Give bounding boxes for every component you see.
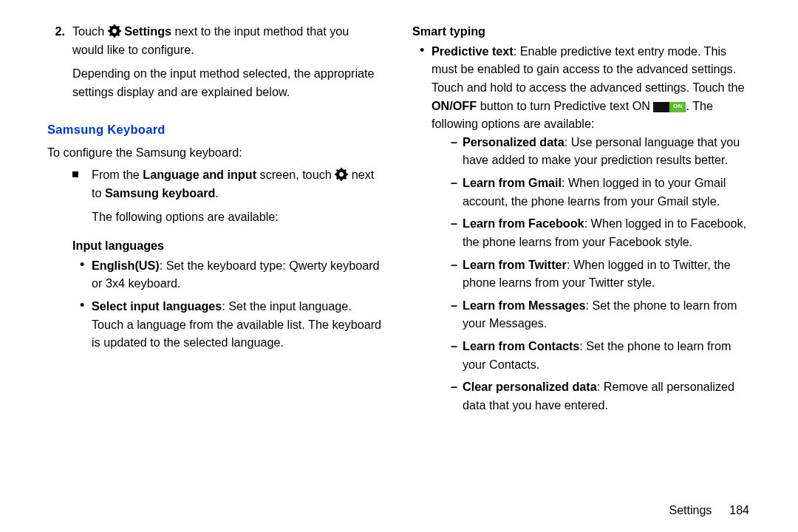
settings-label: Settings <box>124 24 171 38</box>
section-heading: Samsung Keyboard <box>47 120 383 139</box>
svg-point-8 <box>109 34 112 36</box>
list-item: Personalized data: Use personal language… <box>463 133 751 169</box>
svg-point-13 <box>341 179 343 181</box>
text: From the <box>92 168 143 181</box>
on-toggle-label: ON <box>669 102 686 112</box>
item-label: Predictive text <box>432 44 514 58</box>
svg-point-11 <box>339 172 344 177</box>
svg-point-3 <box>113 35 115 38</box>
item-label: Learn from Twitter <box>463 258 567 271</box>
step-2-note: Depending on the input method selected, … <box>72 64 383 100</box>
item-label: Clear personalized data <box>463 380 597 393</box>
list-item: Learn from Contacts: Set the phone to le… <box>463 337 751 373</box>
item-label: Select input languages <box>92 299 222 313</box>
section-intro: To configure the Samsung keyboard: <box>47 143 383 162</box>
step-body: Touch Settings next to the input method … <box>72 22 383 58</box>
options-note: The following options are available: <box>92 208 383 226</box>
text: . <box>215 186 219 200</box>
onoff-label: ON/OFF <box>432 99 477 112</box>
step-number: 2. <box>47 22 72 58</box>
svg-point-18 <box>336 177 338 180</box>
on-toggle-icon: ON <box>653 102 686 112</box>
item-label: Learn from Contacts <box>463 339 579 352</box>
input-languages-list: English(US): Set the keyboard type: Qwer… <box>92 256 383 352</box>
svg-point-1 <box>112 29 117 33</box>
item-label: Personalized data <box>463 135 565 149</box>
list-item: Select input languages: Set the input la… <box>92 297 383 352</box>
left-column: 2. Touch Settings next to the input meth… <box>37 22 399 517</box>
svg-point-5 <box>119 30 121 33</box>
svg-point-2 <box>113 24 115 27</box>
list-item: Learn from Facebook: When logged in to F… <box>463 214 751 250</box>
page-footer: Settings184 <box>669 504 749 517</box>
list-item: Clear personalized data: Remove all pers… <box>463 378 751 414</box>
text: screen, touch <box>256 168 335 181</box>
manual-page: 2. Touch Settings next to the input meth… <box>0 0 798 532</box>
svg-point-17 <box>344 169 347 171</box>
list-item: Predictive text: Enable predictive text … <box>432 42 751 415</box>
svg-point-6 <box>109 26 112 28</box>
lang-input-label: Language and input <box>143 168 256 181</box>
right-column: Smart typing Predictive text: Enable pre… <box>399 22 761 517</box>
item-label: Learn from Gmail <box>463 176 562 189</box>
svg-point-19 <box>344 177 347 180</box>
list-item: English(US): Set the keyboard type: Qwer… <box>92 256 383 293</box>
svg-point-14 <box>335 174 337 176</box>
gear-icon <box>335 168 348 181</box>
text: Touch <box>72 24 108 38</box>
list-item: Learn from Messages: Set the phone to le… <box>463 296 751 332</box>
list-item: Learn from Gmail: When logged in to your… <box>463 174 751 210</box>
main-bullet: From the Language and input screen, touc… <box>72 166 383 202</box>
item-label: Learn from Facebook <box>463 216 584 230</box>
svg-point-12 <box>341 168 343 170</box>
svg-point-9 <box>117 34 120 36</box>
item-text: button to turn Predictive text ON <box>477 99 653 112</box>
svg-point-4 <box>108 30 110 33</box>
bullet-body: From the Language and input screen, touc… <box>92 166 383 202</box>
samsung-keyboard-label: Samsung keyboard <box>105 186 215 200</box>
footer-page-number: 184 <box>729 504 749 516</box>
square-bullet-icon <box>72 166 92 202</box>
smart-typing-list: Predictive text: Enable predictive text … <box>432 42 751 415</box>
item-label: English(US) <box>92 259 160 272</box>
footer-section: Settings <box>669 504 712 516</box>
list-item: Learn from Twitter: When logged in to Tw… <box>463 256 751 292</box>
input-languages-heading: Input languages <box>72 236 383 255</box>
svg-point-7 <box>117 26 120 28</box>
predictive-sublist: Personalized data: Use personal language… <box>463 133 751 415</box>
svg-point-16 <box>336 169 338 171</box>
step-2: 2. Touch Settings next to the input meth… <box>47 22 383 58</box>
item-label: Learn from Messages <box>463 299 585 312</box>
gear-icon <box>108 24 121 38</box>
smart-typing-heading: Smart typing <box>412 22 751 41</box>
